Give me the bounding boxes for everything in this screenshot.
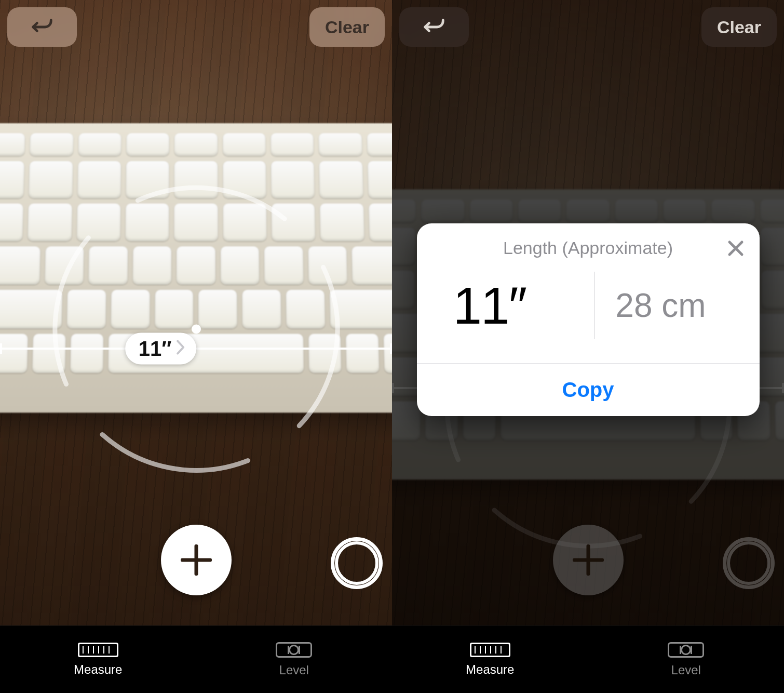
clear-button[interactable]: Clear [309, 7, 385, 47]
clear-button-label: Clear [717, 17, 761, 37]
copy-button-label: Copy [562, 378, 614, 401]
tab-level[interactable]: Level [196, 626, 393, 693]
tab-measure[interactable]: Measure [392, 626, 588, 693]
tab-level-label: Level [279, 663, 309, 677]
clear-button[interactable]: Clear [701, 7, 777, 47]
close-button[interactable] [724, 237, 747, 260]
tab-measure-label: Measure [466, 662, 514, 677]
measure-screen-detail: Clear Length (Approximate) 11″ 28 cm Cop… [392, 0, 784, 693]
undo-icon [30, 15, 54, 39]
close-icon [727, 239, 745, 257]
add-point-button[interactable] [161, 525, 232, 595]
measurement-detail-card: Length (Approximate) 11″ 28 cm Copy [417, 223, 760, 416]
ruler-icon [78, 643, 118, 657]
measurement-value: 11″ [139, 337, 172, 361]
tab-level-label: Level [671, 663, 701, 677]
keyboard-object [0, 123, 392, 412]
undo-button[interactable] [399, 7, 469, 47]
shutter-button[interactable] [723, 537, 775, 589]
measurement-pill[interactable]: 11″ [125, 333, 197, 365]
copy-button[interactable]: Copy [417, 364, 760, 416]
clear-button-label: Clear [325, 17, 369, 37]
shutter-button[interactable] [331, 537, 383, 589]
ruler-icon [470, 643, 510, 657]
plus-icon [181, 544, 212, 576]
measure-screen-main: 11″ Clear Measure [0, 0, 392, 693]
plus-icon [573, 544, 604, 576]
level-icon [668, 642, 704, 658]
level-icon [276, 642, 312, 658]
tab-bar: Measure Level [0, 625, 392, 693]
undo-button[interactable] [7, 7, 77, 47]
tab-measure[interactable]: Measure [0, 626, 196, 693]
length-imperial-value: 11″ [432, 276, 594, 336]
tab-measure-label: Measure [74, 662, 122, 677]
chevron-right-icon [175, 339, 186, 358]
card-title: Length (Approximate) [427, 238, 749, 258]
tab-level[interactable]: Level [588, 626, 785, 693]
undo-icon [422, 15, 446, 39]
add-point-button[interactable] [553, 525, 624, 595]
tab-bar: Measure Level [392, 625, 784, 693]
length-metric-value: 28 cm [594, 286, 744, 325]
